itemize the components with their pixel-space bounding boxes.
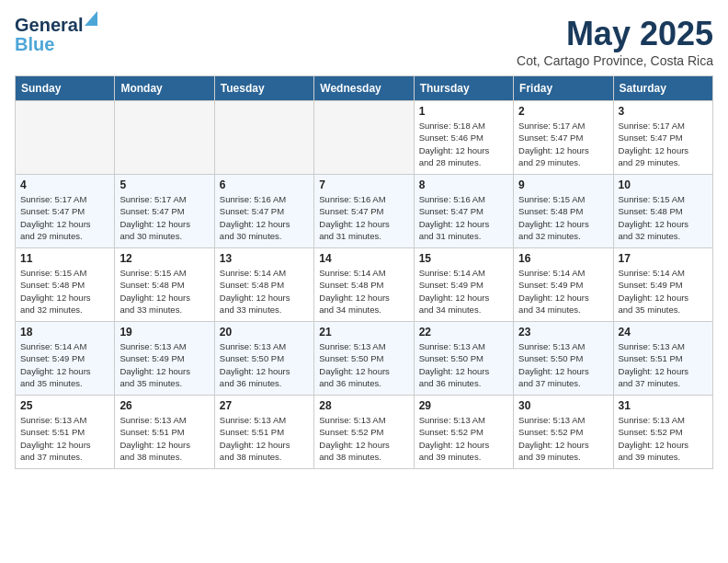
logo-blue: Blue [15,34,54,54]
week-row-5: 25Sunrise: 5:13 AMSunset: 5:51 PMDayligh… [16,396,713,469]
day-cell [115,101,214,175]
day-number: 21 [319,326,408,339]
day-number: 26 [119,399,209,412]
day-detail: Sunrise: 5:13 AMSunset: 5:52 PMDaylight:… [619,414,708,463]
day-cell: 5Sunrise: 5:17 AMSunset: 5:47 PMDaylight… [115,175,214,248]
day-detail: Sunrise: 5:13 AMSunset: 5:50 PMDaylight:… [319,340,408,389]
day-number: 16 [518,252,608,265]
day-number: 13 [220,252,309,265]
day-number: 11 [20,252,109,265]
day-detail: Sunrise: 5:13 AMSunset: 5:52 PMDaylight:… [419,414,508,463]
day-cell: 29Sunrise: 5:13 AMSunset: 5:52 PMDayligh… [414,396,513,469]
day-number: 3 [619,105,708,118]
col-header-thursday: Thursday [414,76,513,101]
day-cell [16,101,115,175]
day-cell: 30Sunrise: 5:13 AMSunset: 5:52 PMDayligh… [514,396,613,469]
column-headers: SundayMondayTuesdayWednesdayThursdayFrid… [16,76,713,101]
day-detail: Sunrise: 5:15 AMSunset: 5:48 PMDaylight:… [20,267,109,316]
day-number: 6 [220,178,309,191]
day-number: 17 [619,252,708,265]
day-number: 1 [419,105,508,118]
day-detail: Sunrise: 5:13 AMSunset: 5:51 PMDaylight:… [20,414,109,463]
day-cell: 3Sunrise: 5:17 AMSunset: 5:47 PMDaylight… [613,101,712,175]
day-cell: 12Sunrise: 5:15 AMSunset: 5:48 PMDayligh… [115,248,214,322]
day-cell: 9Sunrise: 5:15 AMSunset: 5:48 PMDaylight… [514,175,613,248]
day-detail: Sunrise: 5:13 AMSunset: 5:51 PMDaylight:… [119,414,209,463]
day-detail: Sunrise: 5:13 AMSunset: 5:51 PMDaylight:… [220,414,309,463]
day-number: 18 [20,326,109,339]
col-header-saturday: Saturday [613,76,712,101]
day-number: 19 [119,326,209,339]
day-cell: 25Sunrise: 5:13 AMSunset: 5:51 PMDayligh… [16,396,115,469]
logo-triangle-icon [81,11,97,28]
day-number: 29 [419,399,508,412]
day-cell: 24Sunrise: 5:13 AMSunset: 5:51 PMDayligh… [613,322,712,396]
day-cell: 23Sunrise: 5:13 AMSunset: 5:50 PMDayligh… [514,322,613,396]
month-title: May 2025 [517,15,713,53]
col-header-wednesday: Wednesday [314,76,414,101]
day-cell: 4Sunrise: 5:17 AMSunset: 5:47 PMDaylight… [16,175,115,248]
day-cell: 22Sunrise: 5:13 AMSunset: 5:50 PMDayligh… [414,322,513,396]
day-detail: Sunrise: 5:13 AMSunset: 5:52 PMDaylight:… [319,414,408,463]
day-detail: Sunrise: 5:14 AMSunset: 5:49 PMDaylight:… [419,267,508,316]
day-cell: 14Sunrise: 5:14 AMSunset: 5:48 PMDayligh… [314,248,414,322]
day-cell [214,101,313,175]
day-cell: 15Sunrise: 5:14 AMSunset: 5:49 PMDayligh… [414,248,513,322]
day-number: 27 [220,399,309,412]
week-row-3: 11Sunrise: 5:15 AMSunset: 5:48 PMDayligh… [16,248,713,322]
day-number: 25 [20,399,109,412]
day-detail: Sunrise: 5:17 AMSunset: 5:47 PMDaylight:… [518,120,608,168]
col-header-sunday: Sunday [16,76,115,101]
day-cell: 16Sunrise: 5:14 AMSunset: 5:49 PMDayligh… [514,248,613,322]
week-row-1: 1Sunrise: 5:18 AMSunset: 5:46 PMDaylight… [16,101,713,175]
day-number: 31 [619,399,708,412]
day-number: 7 [319,178,408,191]
week-row-4: 18Sunrise: 5:14 AMSunset: 5:49 PMDayligh… [16,322,713,396]
day-detail: Sunrise: 5:17 AMSunset: 5:47 PMDaylight:… [20,193,109,242]
day-number: 4 [20,178,109,191]
day-number: 10 [619,178,708,191]
day-detail: Sunrise: 5:14 AMSunset: 5:48 PMDaylight:… [220,267,309,316]
day-number: 8 [419,178,508,191]
day-cell: 18Sunrise: 5:14 AMSunset: 5:49 PMDayligh… [16,322,115,396]
day-detail: Sunrise: 5:15 AMSunset: 5:48 PMDaylight:… [619,193,708,242]
day-number: 23 [518,326,608,339]
day-number: 20 [220,326,309,339]
day-cell: 6Sunrise: 5:16 AMSunset: 5:47 PMDaylight… [214,175,313,248]
page-header: General Blue May 2025 Cot, Cartago Provi… [15,15,713,68]
day-cell: 28Sunrise: 5:13 AMSunset: 5:52 PMDayligh… [314,396,414,469]
col-header-tuesday: Tuesday [214,76,313,101]
day-cell: 10Sunrise: 5:15 AMSunset: 5:48 PMDayligh… [613,175,712,248]
day-number: 28 [319,399,408,412]
day-detail: Sunrise: 5:13 AMSunset: 5:52 PMDaylight:… [518,414,608,463]
day-cell: 27Sunrise: 5:13 AMSunset: 5:51 PMDayligh… [214,396,313,469]
day-cell: 31Sunrise: 5:13 AMSunset: 5:52 PMDayligh… [613,396,712,469]
day-number: 2 [518,105,608,118]
day-detail: Sunrise: 5:14 AMSunset: 5:49 PMDaylight:… [619,267,708,316]
day-number: 14 [319,252,408,265]
col-header-friday: Friday [514,76,613,101]
day-cell: 19Sunrise: 5:13 AMSunset: 5:49 PMDayligh… [115,322,214,396]
day-cell: 11Sunrise: 5:15 AMSunset: 5:48 PMDayligh… [16,248,115,322]
svg-marker-0 [85,11,97,26]
day-detail: Sunrise: 5:14 AMSunset: 5:49 PMDaylight:… [20,340,109,389]
location-subtitle: Cot, Cartago Province, Costa Rica [517,53,713,68]
day-detail: Sunrise: 5:15 AMSunset: 5:48 PMDaylight:… [119,267,209,316]
logo: General Blue [15,15,83,55]
day-detail: Sunrise: 5:13 AMSunset: 5:51 PMDaylight:… [619,340,708,389]
day-detail: Sunrise: 5:15 AMSunset: 5:48 PMDaylight:… [518,193,608,242]
day-number: 22 [419,326,508,339]
col-header-monday: Monday [115,76,214,101]
day-cell: 20Sunrise: 5:13 AMSunset: 5:50 PMDayligh… [214,322,313,396]
calendar-table: SundayMondayTuesdayWednesdayThursdayFrid… [15,75,713,469]
day-cell: 13Sunrise: 5:14 AMSunset: 5:48 PMDayligh… [214,248,313,322]
day-detail: Sunrise: 5:18 AMSunset: 5:46 PMDaylight:… [419,120,508,168]
day-number: 9 [518,178,608,191]
day-cell: 2Sunrise: 5:17 AMSunset: 5:47 PMDaylight… [514,101,613,175]
day-detail: Sunrise: 5:13 AMSunset: 5:50 PMDaylight:… [419,340,508,389]
day-detail: Sunrise: 5:16 AMSunset: 5:47 PMDaylight:… [419,193,508,242]
day-cell: 21Sunrise: 5:13 AMSunset: 5:50 PMDayligh… [314,322,414,396]
day-cell: 8Sunrise: 5:16 AMSunset: 5:47 PMDaylight… [414,175,513,248]
day-number: 15 [419,252,508,265]
day-detail: Sunrise: 5:16 AMSunset: 5:47 PMDaylight:… [220,193,309,242]
